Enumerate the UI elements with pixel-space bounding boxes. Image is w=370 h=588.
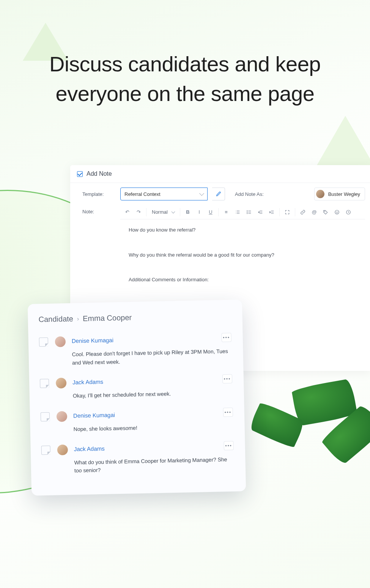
redo-button[interactable]: ↷ [133,207,144,218]
avatar [57,411,68,422]
note-body: Cool. Please don't forget I have to pick… [72,344,233,367]
editor-prompt: How do you know the referral? [129,226,357,234]
note-menu-button[interactable]: ••• [223,408,233,417]
add-note-header: Add Note [70,165,370,183]
chevron-down-icon [172,210,175,213]
editor-prompt: Additional Comments or Information: [129,276,357,284]
at-icon: @ [312,209,316,215]
breadcrumb: Candidate › Emma Cooper [38,311,231,324]
undo-button[interactable]: ↶ [122,207,132,218]
add-note-title: Add Note [87,170,112,177]
time-button[interactable] [343,207,354,218]
candidate-notes-card: Candidate › Emma Cooper Denise Kumagai •… [28,300,246,496]
chevron-down-icon [199,191,204,196]
note-item: Denise Kumagai ••• Nope, she looks aweso… [41,404,235,441]
avatar [55,336,66,347]
svg-point-1 [247,212,247,212]
editor-toolbar: ↶ ↷ Normal B I U ≡ [120,205,365,219]
note-author[interactable]: Jack Adams [74,441,219,452]
redo-icon: ↷ [137,209,141,215]
emoji-button[interactable] [332,207,342,218]
note-item: Denise Kumagai ••• Cool. Please don't fo… [39,329,233,375]
bold-button[interactable]: B [183,207,193,218]
toolbar-separator [218,208,219,216]
unordered-list-button[interactable] [244,207,254,218]
breadcrumb-candidate-name: Emma Cooper [83,313,132,323]
outdent-button[interactable] [255,207,266,218]
ordered-list-icon [235,210,240,215]
toolbar-separator [295,208,295,216]
note-author[interactable]: Denise Kumagai [73,408,218,419]
svg-point-5 [336,211,337,212]
chevron-right-icon: › [77,315,79,322]
add-note-as-label: Add Note As: [235,191,264,197]
underline-button[interactable]: U [205,207,216,218]
note-author[interactable]: Jack Adams [72,375,217,386]
edit-template-button[interactable] [212,188,225,200]
svg-point-0 [247,210,247,211]
add-note-as-user-name: Buster Wegley [328,191,360,197]
note-item: Jack Adams ••• What do you think of Emma… [41,437,235,482]
mention-button[interactable]: @ [309,207,320,218]
undo-icon: ↶ [125,209,129,215]
template-select[interactable]: Referral Context [120,188,208,200]
toolbar-separator [146,208,146,216]
link-button[interactable] [298,207,308,218]
tag-button[interactable] [320,207,331,218]
template-label: Template: [82,191,116,197]
outdent-icon [258,210,263,215]
avatar [316,190,324,198]
checkbox-icon [77,171,83,177]
fullscreen-button[interactable] [282,207,293,218]
pencil-icon [216,191,221,197]
link-icon [300,210,305,215]
format-select-value: Normal [152,209,168,215]
toolbar-separator [279,208,280,216]
toolbar-separator [180,208,180,216]
template-select-value: Referral Context [124,191,161,197]
fullscreen-icon [285,210,290,215]
note-icon [41,446,50,455]
align-left-icon: ≡ [225,209,228,215]
underline-icon: U [209,209,212,215]
editor-body[interactable]: How do you know the referral? Why do you… [120,219,365,290]
italic-icon: I [198,209,200,215]
note-author[interactable]: Denise Kumagai [72,333,216,344]
emoji-icon [334,210,340,215]
svg-point-4 [335,210,339,214]
align-button[interactable]: ≡ [221,207,231,218]
svg-point-3 [324,211,325,211]
note-icon [40,379,49,388]
svg-point-6 [337,211,338,212]
note-menu-button[interactable]: ••• [224,441,233,450]
note-item: Jack Adams ••• Okay, I'll get her schedu… [40,370,234,408]
note-menu-button[interactable]: ••• [221,333,231,342]
note-menu-button[interactable]: ••• [222,374,232,384]
note-label: Note: [82,205,116,214]
indent-icon [269,210,274,215]
tag-icon [323,210,328,215]
add-note-as-user[interactable]: Buster Wegley [314,188,365,200]
bold-icon: B [186,209,189,215]
ordered-list-button[interactable] [232,207,243,218]
svg-point-2 [247,213,247,213]
indent-button[interactable] [266,207,277,218]
format-select[interactable]: Normal [149,207,178,218]
note-body: What do you think of Emma Cooper for Mar… [74,451,235,475]
note-icon [41,412,50,421]
clock-icon [346,210,351,215]
unordered-list-icon [246,210,252,215]
avatar [56,378,67,389]
italic-button[interactable]: I [194,207,205,218]
note-body: Okay, I'll get her scheduled for next we… [72,385,233,400]
note-icon [39,337,48,347]
page-headline: Discuss candidates and keep everyone on … [34,49,336,109]
editor-prompt: Why do you think the referral would be a… [129,251,357,259]
note-body: Nope, she looks awesome! [73,418,234,434]
avatar [57,445,68,456]
breadcrumb-root[interactable]: Candidate [38,314,73,324]
